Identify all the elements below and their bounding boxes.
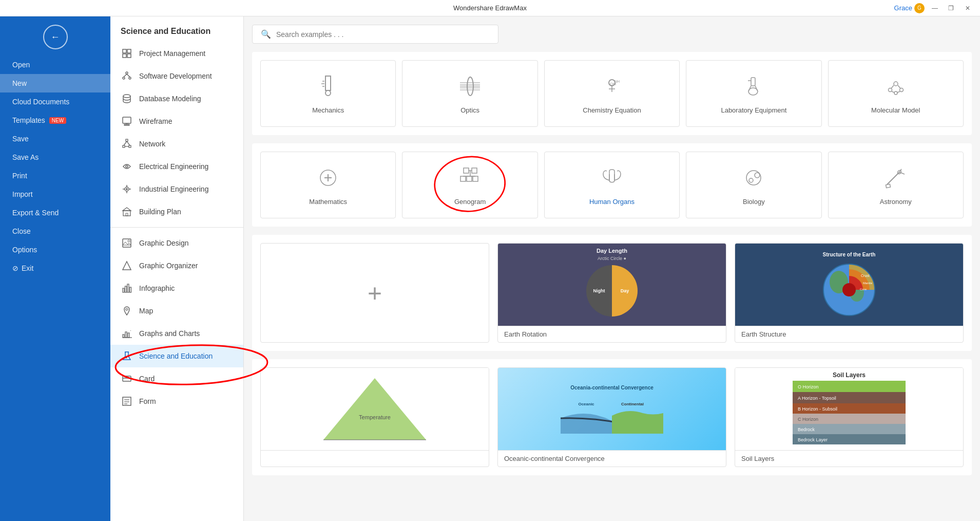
svg-rect-14 xyxy=(123,145,125,147)
template-card-mechanics[interactable]: Mechanics xyxy=(260,60,396,127)
template-card-genogram[interactable]: Genogram xyxy=(402,152,537,218)
wireframe-icon xyxy=(121,115,133,127)
nav-item-electrical[interactable]: Electrical Engineering xyxy=(110,155,243,178)
sidebar-item-new[interactable]: New xyxy=(0,74,110,92)
sidebar-item-open[interactable]: Open xyxy=(0,55,110,74)
template-card-soil[interactable]: Soil Layers O Horizon A Horizon - Topsoi… xyxy=(735,367,964,467)
earth-rotation-thumbnail: Day Length Arctic Circle ● Night Day xyxy=(498,244,726,326)
chemistry-icon: OH NH xyxy=(599,73,625,102)
card-icon xyxy=(121,373,133,385)
sidebar-item-templates[interactable]: Templates NEW xyxy=(0,111,110,129)
back-button[interactable]: ← xyxy=(43,25,68,49)
svg-point-73 xyxy=(888,88,892,91)
svg-rect-28 xyxy=(126,213,128,216)
restore-button[interactable]: ❐ xyxy=(945,2,957,14)
graphic-design-icon xyxy=(121,237,133,249)
svg-marker-30 xyxy=(123,242,131,245)
nav-label: Science and Education xyxy=(139,352,213,360)
sidebar-item-export[interactable]: Export & Send xyxy=(0,203,110,222)
svg-rect-35 xyxy=(127,284,129,292)
sidebar-item-save[interactable]: Save xyxy=(0,129,110,148)
svg-line-96 xyxy=(887,172,899,184)
nav-item-form[interactable]: Form xyxy=(110,390,243,413)
nav-item-software-dev[interactable]: Software Development xyxy=(110,65,243,87)
template-add-card[interactable]: + xyxy=(260,243,489,343)
nav-item-industrial[interactable]: Industrial Engineering xyxy=(110,178,243,200)
svg-rect-67 xyxy=(751,78,755,86)
search-input[interactable] xyxy=(276,30,490,39)
user-menu[interactable]: Grace G xyxy=(894,3,925,13)
svg-text:Temperature: Temperature xyxy=(359,414,391,420)
nav-label: Wireframe xyxy=(139,117,172,125)
template-card-molecular[interactable]: Molecular Model xyxy=(828,60,964,127)
templates-grid-thumbs2: Temperature Oceania-continental Converge… xyxy=(260,367,964,467)
sidebar-item-options[interactable]: Options xyxy=(0,240,110,259)
sidebar-item-import[interactable]: Import xyxy=(0,185,110,203)
template-card-chemistry[interactable]: OH NH Chemistry Equation xyxy=(544,60,680,127)
map-icon xyxy=(121,305,133,317)
optics-label: Optics xyxy=(460,106,479,114)
template-card-earth-structure[interactable]: Structure of the Earth xyxy=(735,243,964,343)
genogram-label: Genogram xyxy=(454,198,486,206)
app-title: Wondershare EdrawMax xyxy=(329,4,651,12)
nav-item-map[interactable]: Map xyxy=(110,300,243,322)
svg-text:Mantle: Mantle xyxy=(863,282,873,285)
nav-item-infographic[interactable]: Infographic xyxy=(110,277,243,300)
nav-item-graphic-organizer[interactable]: Graphic Organizer xyxy=(110,254,243,277)
user-avatar: G xyxy=(914,3,925,13)
svg-rect-40 xyxy=(128,333,129,338)
template-card-earth-rotation[interactable]: Day Length Arctic Circle ● Night Day Ear… xyxy=(497,243,726,343)
svg-point-6 xyxy=(129,77,131,79)
form-icon xyxy=(121,395,133,407)
template-card-human-organs[interactable]: Human Organs xyxy=(544,152,680,218)
minimize-button[interactable]: — xyxy=(929,2,941,14)
template-card-oceanic[interactable]: Oceania-continental Convergence Continen… xyxy=(497,367,726,467)
close-button[interactable]: ✕ xyxy=(962,2,974,14)
nav-item-graphs[interactable]: Graphs and Charts xyxy=(110,322,243,345)
nav-item-database[interactable]: Database Modeling xyxy=(110,87,243,110)
lab-label: Laboratory Equipment xyxy=(721,106,786,114)
template-card-lab[interactable]: Laboratory Equipment xyxy=(686,60,821,127)
nav-item-science[interactable]: Science and Education xyxy=(110,345,243,367)
template-card-optics[interactable]: Optics xyxy=(402,60,537,127)
templates-grid-row1: Mechanics Optics xyxy=(260,60,964,127)
template-card-mathematics[interactable]: Mathematics xyxy=(260,152,396,218)
main-layout: ← Open New Cloud Documents Templates NEW… xyxy=(0,16,980,521)
biology-icon xyxy=(741,165,766,194)
svg-rect-3 xyxy=(127,54,131,58)
nav-item-card[interactable]: Card xyxy=(110,367,243,390)
molecular-icon xyxy=(883,73,909,102)
svg-rect-41 xyxy=(130,330,131,331)
svg-text:NH: NH xyxy=(614,80,620,83)
search-bar: 🔍 xyxy=(252,25,498,44)
sidebar-item-exit[interactable]: ⊘ Exit xyxy=(0,259,110,277)
svg-rect-83 xyxy=(464,168,469,173)
template-card-diagram1[interactable]: Temperature xyxy=(260,367,489,467)
template-card-astronomy[interactable]: Astronomy xyxy=(828,152,964,218)
sidebar-item-saveas[interactable]: Save As xyxy=(0,148,110,166)
nav-item-project-management[interactable]: Project Management xyxy=(110,42,243,65)
search-bar-wrapper: 🔍 xyxy=(252,25,972,44)
sidebar-item-print[interactable]: Print xyxy=(0,166,110,185)
nav-item-wireframe[interactable]: Wireframe xyxy=(110,110,243,133)
svg-rect-51 xyxy=(325,76,331,90)
template-card-biology[interactable]: Biology xyxy=(686,152,821,218)
svg-text:A Horizon - Topsoil: A Horizon - Topsoil xyxy=(798,396,836,401)
biology-label: Biology xyxy=(743,198,765,206)
database-icon xyxy=(121,92,133,105)
sidebar-item-cloud[interactable]: Cloud Documents xyxy=(0,92,110,111)
add-icon: + xyxy=(368,279,382,307)
sidebar-item-close[interactable]: Close xyxy=(0,222,110,240)
svg-rect-38 xyxy=(123,334,124,338)
infographic-icon xyxy=(121,282,133,294)
science-icon xyxy=(121,350,133,362)
svg-rect-45 xyxy=(123,376,131,381)
mechanics-label: Mechanics xyxy=(312,106,344,114)
svg-point-104 xyxy=(842,283,856,296)
new-badge: NEW xyxy=(49,117,66,124)
nav-item-building[interactable]: Building Plan xyxy=(110,200,243,223)
nav-item-network[interactable]: Network xyxy=(110,133,243,155)
sidebar-menu: Open New Cloud Documents Templates NEW S… xyxy=(0,53,110,280)
nav-item-graphic-design[interactable]: Graphic Design xyxy=(110,232,243,254)
template-section-row1: Mechanics Optics xyxy=(252,52,972,135)
